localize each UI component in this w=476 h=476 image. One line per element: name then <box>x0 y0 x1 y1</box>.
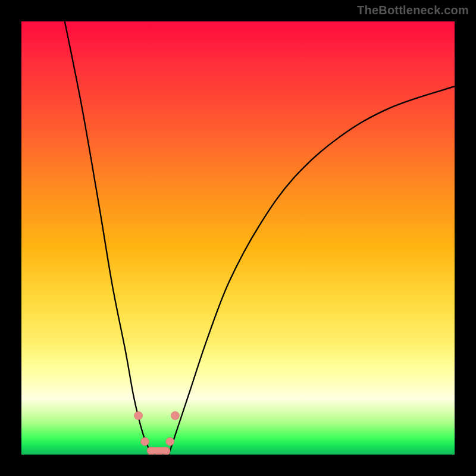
attribution-label: TheBottleneck.com <box>357 4 469 17</box>
plot-area <box>21 21 455 455</box>
outer-frame: TheBottleneck.com <box>0 0 476 476</box>
trough-marker <box>171 411 179 419</box>
trough-marker <box>140 437 149 446</box>
trough-marker <box>166 437 174 446</box>
curve-left-branch <box>65 21 152 455</box>
curve-layer <box>21 21 455 455</box>
curve-right-branch <box>169 86 455 455</box>
trough-marker <box>134 411 143 419</box>
trough-bar <box>147 447 168 454</box>
